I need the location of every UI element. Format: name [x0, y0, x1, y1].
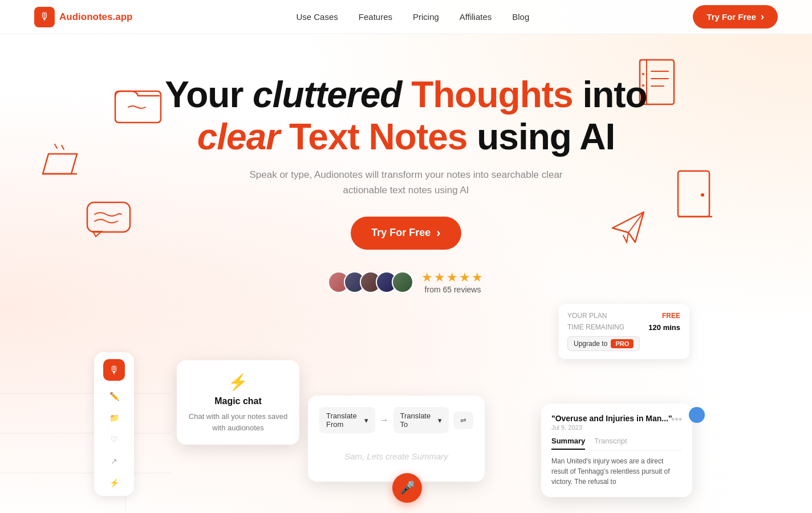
nav-blog[interactable]: Blog — [512, 12, 529, 22]
time-remaining-label: TIME REMAINING — [567, 323, 624, 332]
upgrade-row: Upgrade to PRO — [567, 336, 680, 351]
blue-dot-indicator — [689, 407, 705, 423]
magic-icon: ⚡ — [188, 373, 288, 392]
tab-transcript[interactable]: Transcript — [594, 437, 627, 450]
edit-icon[interactable]: ✏️ — [108, 390, 120, 402]
bolt-icon[interactable]: ⚡ — [108, 477, 120, 489]
translate-input-placeholder: Sam, Lets create Summary — [319, 442, 473, 470]
headline-part-2: clear Text Notes using AI — [197, 116, 615, 157]
hero-section: Your cluttered Thoughts into clear Text … — [0, 34, 812, 311]
logo-icon: 🎙 — [34, 7, 55, 27]
nav-pricing[interactable]: Pricing — [413, 12, 439, 22]
nav-use-cases[interactable]: Use Cases — [296, 12, 338, 22]
translate-card: Translate From ▾ → Translate To ▾ ⇌ Sam,… — [308, 396, 485, 482]
hero-headline: Your cluttered Thoughts into clear Text … — [11, 74, 801, 158]
headline-part-1: Your cluttered Thoughts into — [165, 74, 647, 115]
folder-nav-icon[interactable]: 📁 — [108, 412, 120, 424]
note-card: ••• "Overuse and Injuries in Man..." Jul… — [541, 404, 692, 497]
heart-icon[interactable]: ♡ — [108, 433, 120, 446]
navbar: 🎙 Audionotes.app Use Cases Features Pric… — [0, 0, 812, 34]
time-remaining-row: TIME REMAINING 120 mins — [567, 323, 680, 332]
mic-button[interactable]: 🎤 — [392, 473, 422, 503]
review-count-text: from 65 reviews — [421, 285, 484, 294]
note-options-button[interactable]: ••• — [671, 414, 682, 426]
logo-text: Audionotes.app — [59, 11, 132, 23]
nav-features[interactable]: Features — [359, 12, 392, 22]
app-logo-icon: 🎙 — [103, 359, 125, 381]
reviewer-avatars — [328, 271, 413, 293]
app-sidebar-card: 🎙 ✏️ 📁 ♡ ↗ ⚡ — [94, 352, 134, 496]
translate-from-select[interactable]: Translate From ▾ — [319, 407, 375, 433]
reviews-section: ★★★★★ from 65 reviews — [11, 270, 801, 294]
hero-cta-button[interactable]: Try For Free — [351, 217, 461, 250]
nav-cta-button[interactable]: Try For Free — [693, 5, 778, 28]
translate-row: Translate From ▾ → Translate To ▾ ⇌ — [319, 407, 473, 433]
note-date: Jul 9, 2023 — [551, 424, 682, 431]
avatar-5 — [392, 271, 413, 293]
hero-subtext: Speak or type, Audionotes will transform… — [246, 167, 566, 198]
share-icon[interactable]: ↗ — [108, 455, 120, 467]
upgrade-button[interactable]: Upgrade to PRO — [567, 336, 640, 351]
plan-label: YOUR PLAN — [567, 312, 607, 320]
plan-value: FREE — [662, 312, 680, 320]
star-rating: ★★★★★ — [421, 270, 484, 285]
magic-chat-card: ⚡ Magic chat Chat with all your notes sa… — [177, 360, 299, 445]
note-title: "Overuse and Injuries in Man..." — [551, 414, 682, 423]
nav-links: Use Cases Features Pricing Affiliates Bl… — [296, 12, 529, 22]
translate-arrow-icon: → — [380, 415, 389, 425]
note-tabs: Summary Transcript — [551, 437, 682, 450]
pro-badge: PRO — [611, 339, 634, 348]
translate-to-select[interactable]: Translate To ▾ — [393, 407, 449, 433]
magic-title: Magic chat — [188, 396, 288, 406]
logo[interactable]: 🎙 Audionotes.app — [34, 7, 132, 27]
note-body-text: Man United's injury woes are a direct re… — [551, 456, 682, 487]
tab-summary[interactable]: Summary — [551, 437, 585, 450]
translate-magic-btn[interactable]: ⇌ — [453, 412, 473, 429]
time-remaining-value: 120 mins — [648, 323, 680, 332]
plan-row: YOUR PLAN FREE — [567, 312, 680, 320]
nav-affiliates[interactable]: Affiliates — [460, 12, 492, 22]
plan-card: YOUR PLAN FREE TIME REMAINING 120 mins U… — [558, 304, 689, 359]
magic-description: Chat with all your notes saved with audi… — [188, 411, 288, 433]
